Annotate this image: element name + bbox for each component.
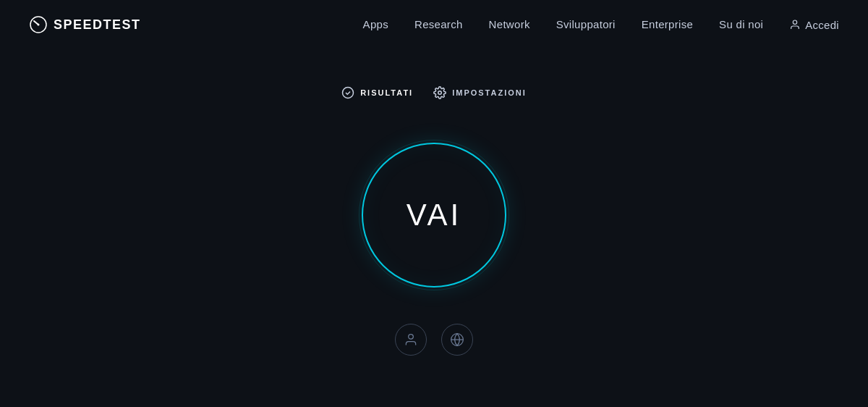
- svg-point-5: [409, 335, 414, 340]
- nav-link-enterprise[interactable]: Enterprise: [642, 18, 693, 30]
- svg-point-1: [38, 24, 40, 26]
- nav-item-research[interactable]: Research: [414, 18, 463, 31]
- svg-point-4: [438, 91, 442, 95]
- user-circle-icon: [404, 332, 418, 347]
- navbar: SPEEDTEST Apps Research Network Sviluppa…: [0, 0, 868, 49]
- tab-impostazioni-label: IMPOSTAZIONI: [452, 88, 527, 97]
- tabs-container: RISULTATI IMPOSTAZIONI: [341, 86, 527, 99]
- globe-icon: [450, 332, 464, 347]
- go-button[interactable]: VAI: [362, 143, 506, 288]
- svg-point-3: [343, 88, 354, 98]
- nav-link-research[interactable]: Research: [414, 18, 463, 30]
- check-circle-icon: [341, 86, 354, 99]
- user-profile-button[interactable]: [395, 324, 427, 356]
- nav-link-su-di-noi[interactable]: Su di noi: [719, 18, 763, 30]
- nav-item-login[interactable]: Accedi: [789, 19, 839, 31]
- nav-item-apps[interactable]: Apps: [363, 18, 388, 31]
- tab-impostazioni[interactable]: IMPOSTAZIONI: [433, 86, 527, 99]
- speedtest-logo-icon: [29, 15, 48, 34]
- nav-link-apps[interactable]: Apps: [363, 18, 388, 30]
- tab-risultati[interactable]: RISULTATI: [341, 86, 413, 99]
- nav-links: Apps Research Network Sviluppatori Enter…: [363, 18, 839, 31]
- gear-icon: [433, 86, 446, 99]
- login-label: Accedi: [805, 19, 839, 31]
- go-button-label: VAI: [407, 198, 462, 232]
- nav-item-enterprise[interactable]: Enterprise: [642, 18, 693, 31]
- main-content: RISULTATI IMPOSTAZIONI VAI: [0, 49, 868, 407]
- nav-item-su-di-noi[interactable]: Su di noi: [719, 18, 763, 31]
- nav-link-network[interactable]: Network: [489, 18, 530, 30]
- bottom-icons: [395, 324, 473, 356]
- logo[interactable]: SPEEDTEST: [29, 15, 141, 34]
- nav-item-network[interactable]: Network: [489, 18, 530, 31]
- nav-link-sviluppatori[interactable]: Sviluppatori: [556, 18, 616, 30]
- nav-link-login[interactable]: Accedi: [789, 19, 839, 31]
- tab-risultati-label: RISULTATI: [360, 88, 413, 97]
- svg-point-2: [793, 20, 797, 24]
- nav-item-sviluppatori[interactable]: Sviluppatori: [556, 18, 616, 31]
- go-button-wrapper: VAI: [362, 143, 506, 288]
- logo-text: SPEEDTEST: [54, 17, 141, 33]
- user-nav-icon: [789, 19, 801, 30]
- globe-button[interactable]: [441, 324, 473, 356]
